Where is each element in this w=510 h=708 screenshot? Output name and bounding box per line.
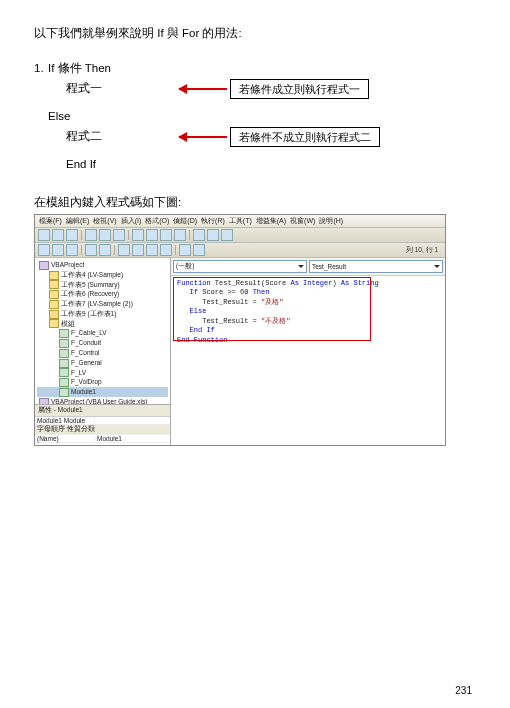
tree-node[interactable]: 工作表4 (LV-Sample) xyxy=(37,270,168,280)
sheet-icon xyxy=(49,271,59,280)
menu-item[interactable]: 格式(O) xyxy=(145,216,169,226)
properties-panel[interactable]: Module1 Module 字母順序 性質分類 (Name)Module1 xyxy=(35,416,170,445)
tree-node[interactable]: VBAProject (VBA User Guide.xls) xyxy=(37,397,168,404)
tree-node-label: 工作表9 (工作表1) xyxy=(61,310,116,317)
toolbar-icon[interactable] xyxy=(66,229,78,241)
menu-item[interactable]: 插入(I) xyxy=(121,216,142,226)
tree-node[interactable]: F_LV xyxy=(37,368,168,378)
syntax-line-2: 程式一 xyxy=(48,80,176,97)
project-tree[interactable]: VBAProject工作表4 (LV-Sample)工作表5 (Summary)… xyxy=(35,258,170,404)
toolbar-icon[interactable] xyxy=(99,229,111,241)
object-combo[interactable]: (一般) xyxy=(173,260,307,273)
prop-tabs[interactable]: 字母順序 性質分類 xyxy=(35,425,170,434)
syntax-line-3: Else xyxy=(48,108,158,125)
toolbar-icon[interactable] xyxy=(160,229,172,241)
toolbar-icon[interactable] xyxy=(118,244,130,256)
tree-node[interactable]: Module1 xyxy=(37,387,168,397)
prop-value[interactable]: Module1 xyxy=(95,435,170,442)
toolbar-icon[interactable] xyxy=(113,229,125,241)
note-box-2: 若條件不成立則執行程式二 xyxy=(230,127,380,148)
tree-node-label: 工作表6 (Recovery) xyxy=(61,290,119,297)
intro-text: 以下我們就舉例來說明 If 與 For 的用法: xyxy=(34,26,476,41)
tree-node-label: 工作表7 (LV-Sample (2)) xyxy=(61,300,133,307)
toolbar-icon[interactable] xyxy=(99,244,111,256)
tree-node[interactable]: F_General xyxy=(37,358,168,368)
ide-menubar: 檔案(F)編輯(E)檢視(V)插入(I)格式(O)偵錯(D)執行(R)工具(T)… xyxy=(35,215,445,228)
menu-item[interactable]: 說明(H) xyxy=(319,216,343,226)
toolbar-icon[interactable] xyxy=(174,229,186,241)
toolbar-icon[interactable] xyxy=(85,244,97,256)
sheet-icon xyxy=(49,300,59,309)
ide-screenshot: 檔案(F)編輯(E)檢視(V)插入(I)格式(O)偵錯(D)執行(R)工具(T)… xyxy=(34,214,446,446)
toolbar-icon[interactable] xyxy=(66,244,78,256)
toolbar-icon[interactable] xyxy=(160,244,172,256)
module-icon xyxy=(59,368,69,377)
module-icon xyxy=(59,329,69,338)
code-editor[interactable]: Function Test_Result(Score As Integer) A… xyxy=(171,276,445,445)
toolbar-icon[interactable] xyxy=(132,244,144,256)
tree-node-label: 工作表5 (Summary) xyxy=(61,281,120,288)
menu-item[interactable]: 檔案(F) xyxy=(39,216,62,226)
menu-item[interactable]: 增益集(A) xyxy=(256,216,286,226)
arrow-left-icon xyxy=(176,88,230,90)
object-combo-label: (一般) xyxy=(176,262,194,271)
toolbar-icon[interactable] xyxy=(85,229,97,241)
note-box-1: 若條件成立則執行程式一 xyxy=(230,79,369,100)
menu-item[interactable]: 執行(R) xyxy=(201,216,225,226)
menu-item[interactable]: 視窗(W) xyxy=(290,216,315,226)
prop-key: (Name) xyxy=(35,435,95,442)
tree-node[interactable]: VBAProject xyxy=(37,260,168,270)
toolbar-icon[interactable] xyxy=(38,244,50,256)
toolbar-icon[interactable] xyxy=(52,229,64,241)
module-icon xyxy=(59,339,69,348)
tree-node[interactable]: 工作表9 (工作表1) xyxy=(37,309,168,319)
sheet-icon xyxy=(49,280,59,289)
toolbar-icon[interactable] xyxy=(179,244,191,256)
menu-item[interactable]: 編輯(E) xyxy=(66,216,89,226)
toolbar-icon[interactable] xyxy=(52,244,64,256)
toolbar-icon[interactable] xyxy=(207,229,219,241)
chevron-down-icon xyxy=(434,265,440,268)
caption-text: 在模組內鍵入程式碼如下圖: xyxy=(34,195,476,210)
chevron-down-icon xyxy=(298,265,304,268)
tree-node-label: F_LV xyxy=(71,369,86,376)
cursor-position: 列 10, 行 1 xyxy=(406,246,442,255)
properties-header: 屬性 - Module1 xyxy=(35,404,170,416)
module-icon xyxy=(59,378,69,387)
tree-node-label: 模組 xyxy=(61,320,75,327)
tree-node-label: F_General xyxy=(71,359,102,366)
sheet-icon xyxy=(49,290,59,299)
tree-node[interactable]: 模組 xyxy=(37,319,168,329)
tree-node[interactable]: 工作表5 (Summary) xyxy=(37,280,168,290)
page-number: 231 xyxy=(455,685,472,696)
toolbar-icon[interactable] xyxy=(132,229,144,241)
tree-node-label: F_Cable_LV xyxy=(71,329,107,336)
toolbar-icon[interactable] xyxy=(193,229,205,241)
tree-node-label: F_Control xyxy=(71,349,100,356)
if-syntax-block: 1. If 條件 Then 程式一 若條件成立則執行程式一 Else 程式二 若… xyxy=(34,59,476,179)
prop-module-name: Module1 Module xyxy=(35,417,95,424)
tree-node[interactable]: F_Control xyxy=(37,348,168,358)
tree-node[interactable]: F_VolDrop xyxy=(37,377,168,387)
menu-item[interactable]: 工具(T) xyxy=(229,216,252,226)
toolbar-icon[interactable] xyxy=(146,229,158,241)
toolbar-icon[interactable] xyxy=(193,244,205,256)
toolbar-icon[interactable] xyxy=(146,244,158,256)
tree-node[interactable]: F_Cable_LV xyxy=(37,328,168,338)
project-icon xyxy=(39,261,49,270)
tree-node[interactable]: F_Conduit xyxy=(37,338,168,348)
menu-item[interactable]: 檢視(V) xyxy=(93,216,116,226)
ide-toolbar-1 xyxy=(35,228,445,243)
arrow-left-icon xyxy=(176,136,230,138)
tree-node-label: 工作表4 (LV-Sample) xyxy=(61,271,123,278)
procedure-combo-label: Test_Result xyxy=(312,263,346,270)
toolbar-icon[interactable] xyxy=(38,229,50,241)
tree-node[interactable]: 工作表6 (Recovery) xyxy=(37,289,168,299)
sheet-icon xyxy=(49,310,59,319)
tree-node[interactable]: 工作表7 (LV-Sample (2)) xyxy=(37,299,168,309)
sheet-icon xyxy=(49,319,59,328)
procedure-combo[interactable]: Test_Result xyxy=(309,260,443,273)
toolbar-icon[interactable] xyxy=(221,229,233,241)
syntax-line-5: End If xyxy=(48,156,176,173)
menu-item[interactable]: 偵錯(D) xyxy=(173,216,197,226)
